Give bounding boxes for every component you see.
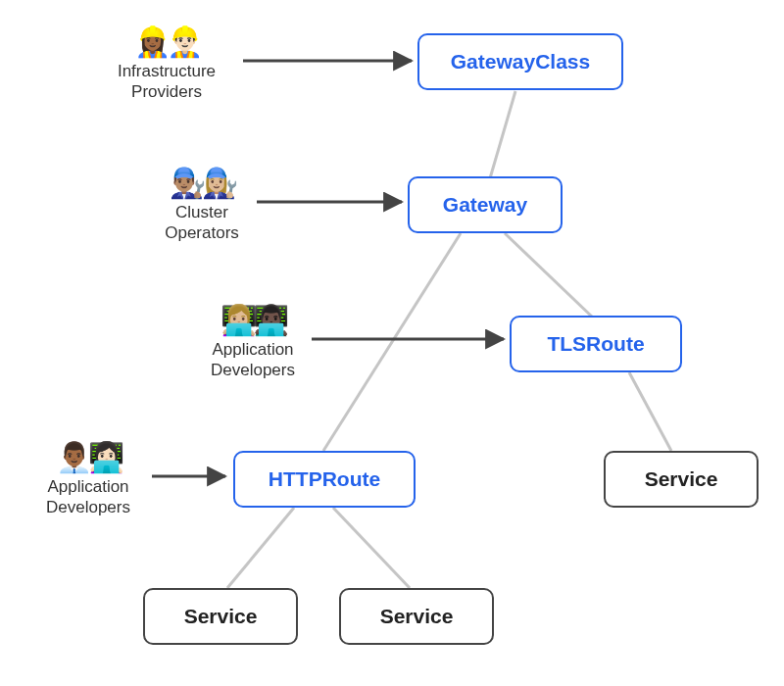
gatewayclass-label: GatewayClass [451,50,590,74]
office-worker-icon: 👨🏾‍💼👩🏻‍💻 [29,443,147,472]
persona-application-developers-1: 👩🏼‍💻👨🏿‍💻 Application Developers [194,306,312,381]
persona-infrastructure-providers: 👷🏾‍♀️👷🏻‍♂️ Infrastructure Providers [98,27,235,103]
service-box-middle: Service [339,588,494,645]
mechanic-icon: 👨🏽‍🔧👩🏼‍🔧 [153,169,251,198]
persona-label-line1: Infrastructure [118,62,216,80]
persona-label-line2: Operators [165,223,239,242]
persona-label-line1: Application [47,477,128,496]
persona-label-line1: Cluster [175,203,228,221]
diagram-root: GatewayClass Gateway TLSRoute HTTPRoute … [0,0,784,686]
svg-line-5 [333,508,410,588]
construction-worker-icon: 👷🏾‍♀️👷🏻‍♂️ [98,27,235,57]
tlsroute-box: TLSRoute [510,316,682,372]
gatewayclass-box: GatewayClass [417,33,623,90]
persona-label-line2: Developers [46,498,130,516]
svg-line-3 [629,372,671,451]
svg-line-1 [505,233,593,318]
service-label-right: Service [645,467,718,491]
service-box-right: Service [604,451,759,508]
httproute-box: HTTPRoute [233,451,416,508]
httproute-label: HTTPRoute [269,467,380,491]
service-label-left: Service [184,605,258,628]
gateway-box: Gateway [408,176,563,233]
svg-line-2 [323,233,461,451]
service-label-middle: Service [380,605,454,628]
persona-label-line2: Developers [211,361,295,379]
persona-cluster-operators: 👨🏽‍🔧👩🏼‍🔧 Cluster Operators [153,169,251,244]
persona-application-developers-2: 👨🏾‍💼👩🏻‍💻 Application Developers [29,443,147,518]
technologist-icon: 👩🏼‍💻👨🏿‍💻 [194,306,312,335]
persona-label-line2: Providers [131,82,202,101]
service-box-left: Service [143,588,298,645]
tlsroute-label: TLSRoute [547,332,644,356]
persona-label-line1: Application [212,340,293,359]
svg-line-0 [490,91,515,178]
svg-line-4 [227,508,294,588]
gateway-label: Gateway [443,193,527,217]
